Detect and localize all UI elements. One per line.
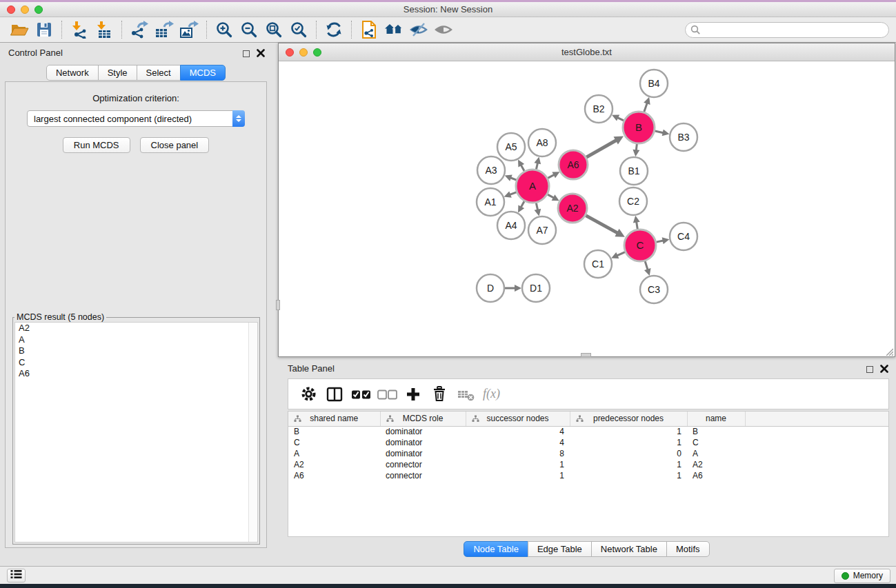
- graph-node-C[interactable]: C: [624, 230, 656, 261]
- close-panel-button[interactable]: Close panel: [140, 137, 210, 153]
- create-column-plus-icon[interactable]: [400, 383, 426, 406]
- table-settings-gear-icon[interactable]: [295, 383, 321, 406]
- graph-edge-B-B2[interactable]: [617, 118, 624, 121]
- float-panel-icon[interactable]: [243, 50, 250, 57]
- table-row[interactable]: Cdominator41C: [288, 437, 888, 448]
- run-mcds-button[interactable]: Run MCDS: [63, 137, 130, 153]
- resize-grip-icon[interactable]: [884, 346, 893, 355]
- graph-edge-B-B3[interactable]: [655, 131, 663, 133]
- graph-edge-C-C1[interactable]: [617, 252, 625, 256]
- result-list-scrollbar[interactable]: [248, 323, 257, 542]
- search-input[interactable]: [685, 22, 889, 38]
- tab-network[interactable]: Network: [46, 65, 99, 81]
- graph-node-D1[interactable]: D1: [522, 274, 550, 302]
- mcds-result-item[interactable]: C: [15, 357, 257, 369]
- graph-edge-A-A6[interactable]: [548, 174, 554, 178]
- function-builder-icon[interactable]: f(x): [483, 387, 500, 401]
- zoom-fit-icon[interactable]: [261, 19, 286, 40]
- graph-node-B3[interactable]: B3: [670, 123, 697, 151]
- table-tab-network-table[interactable]: Network Table: [591, 541, 667, 557]
- table-tab-edge-table[interactable]: Edge Table: [528, 541, 592, 557]
- graph-node-A5[interactable]: A5: [497, 133, 525, 161]
- graph-edge-A-A5[interactable]: [521, 165, 524, 171]
- export-image-icon[interactable]: [177, 19, 201, 40]
- graph-edge-A-A8[interactable]: [536, 163, 537, 169]
- export-table-icon[interactable]: [152, 19, 177, 40]
- graph-node-C4[interactable]: C4: [670, 223, 697, 250]
- memory-button[interactable]: Memory: [834, 569, 890, 583]
- graph-node-A6[interactable]: A6: [559, 150, 588, 179]
- refresh-icon[interactable]: [321, 19, 346, 40]
- graph-node-B1[interactable]: B1: [620, 157, 648, 185]
- graph-edge-A6-B[interactable]: [586, 140, 617, 157]
- graph-edge-B-B1[interactable]: [636, 144, 637, 150]
- import-table-icon[interactable]: [92, 19, 117, 40]
- mcds-result-list[interactable]: A2ABCA6: [14, 322, 258, 543]
- float-table-panel-icon[interactable]: [866, 366, 873, 373]
- mcds-result-item[interactable]: A2: [15, 323, 257, 334]
- tab-select[interactable]: Select: [137, 65, 181, 81]
- export-network-icon[interactable]: [127, 19, 152, 40]
- table-tab-node-table[interactable]: Node Table: [464, 541, 528, 557]
- vertical-splitter-handle[interactable]: [276, 300, 280, 310]
- graph-edge-C-C2[interactable]: [637, 222, 638, 230]
- deselect-all-columns-icon[interactable]: [374, 383, 400, 406]
- show-columns-icon[interactable]: [321, 383, 348, 406]
- task-history-button[interactable]: [7, 569, 26, 582]
- zoom-out-icon[interactable]: [237, 19, 261, 40]
- column-header-name[interactable]: name: [687, 412, 745, 426]
- home-icon[interactable]: [381, 19, 406, 40]
- mcds-result-item[interactable]: A6: [15, 368, 257, 380]
- graph-edge-C-C3[interactable]: [645, 261, 648, 270]
- graph-node-A2[interactable]: A2: [558, 194, 587, 223]
- column-header-predecessor-nodes[interactable]: predecessor nodes: [570, 412, 687, 426]
- graph-node-A[interactable]: A: [516, 170, 549, 203]
- zoom-selected-icon[interactable]: [286, 19, 311, 40]
- graph-edge-C-C4[interactable]: [657, 241, 664, 242]
- mcds-result-item[interactable]: A: [15, 334, 257, 346]
- column-header-successor-nodes[interactable]: successor nodes: [466, 412, 570, 426]
- network-canvas[interactable]: B4B2BB3A5A8A6A3B1AA1C2A2A4A7C4CC1DD1C3: [279, 62, 894, 356]
- graph-node-A3[interactable]: A3: [477, 156, 505, 184]
- network-window-titlebar[interactable]: testGlobe.txt: [279, 43, 895, 61]
- tab-style[interactable]: Style: [98, 65, 137, 81]
- hide-panels-eye-icon[interactable]: [406, 19, 431, 40]
- horizontal-splitter-handle[interactable]: [581, 353, 591, 357]
- delete-column-trash-icon[interactable]: [426, 383, 452, 406]
- column-header-shared-name[interactable]: shared name: [288, 412, 380, 426]
- graph-node-A4[interactable]: A4: [497, 212, 525, 239]
- zoom-in-icon[interactable]: [212, 19, 237, 40]
- table-row[interactable]: A2connector11A2: [288, 459, 888, 470]
- graph-edge-A-A1[interactable]: [510, 192, 517, 195]
- graph-node-C2[interactable]: C2: [619, 187, 647, 215]
- graph-edge-A2-C[interactable]: [586, 216, 617, 234]
- graph-node-A1[interactable]: A1: [477, 188, 504, 216]
- close-panel-icon[interactable]: [257, 48, 265, 60]
- mcds-result-item[interactable]: B: [15, 345, 257, 357]
- graph-node-A8[interactable]: A8: [528, 129, 556, 156]
- tab-mcds[interactable]: MCDS: [180, 65, 226, 81]
- new-session-icon[interactable]: [357, 19, 381, 40]
- table-tab-motifs[interactable]: Motifs: [666, 541, 710, 557]
- optimization-criterion-select[interactable]: largest connected component (directed): [27, 110, 245, 127]
- save-session-icon[interactable]: [32, 19, 57, 40]
- graph-node-B4[interactable]: B4: [640, 70, 668, 97]
- table-row[interactable]: Adominator80A: [288, 448, 888, 459]
- graph-edge-A-A7[interactable]: [536, 203, 537, 210]
- select-all-columns-icon[interactable]: [348, 383, 374, 406]
- table-row[interactable]: Bdominator41B: [288, 426, 888, 437]
- column-header-MCDS-role[interactable]: MCDS role: [380, 412, 466, 426]
- graph-edge-A-A4[interactable]: [521, 201, 524, 207]
- delete-table-icon[interactable]: [452, 383, 479, 406]
- open-file-icon[interactable]: [7, 19, 32, 40]
- show-panels-eye-icon[interactable]: [431, 19, 456, 40]
- table-row[interactable]: A6connector11A6: [288, 470, 888, 481]
- graph-node-B[interactable]: B: [623, 112, 655, 143]
- import-network-icon[interactable]: [67, 19, 92, 40]
- graph-edge-A-A3[interactable]: [510, 178, 517, 180]
- close-table-panel-icon[interactable]: [880, 363, 888, 376]
- graph-node-B2[interactable]: B2: [585, 95, 613, 123]
- graph-edge-A-A2[interactable]: [548, 194, 554, 198]
- graph-node-A7[interactable]: A7: [528, 216, 556, 244]
- graph-node-C3[interactable]: C3: [640, 276, 668, 303]
